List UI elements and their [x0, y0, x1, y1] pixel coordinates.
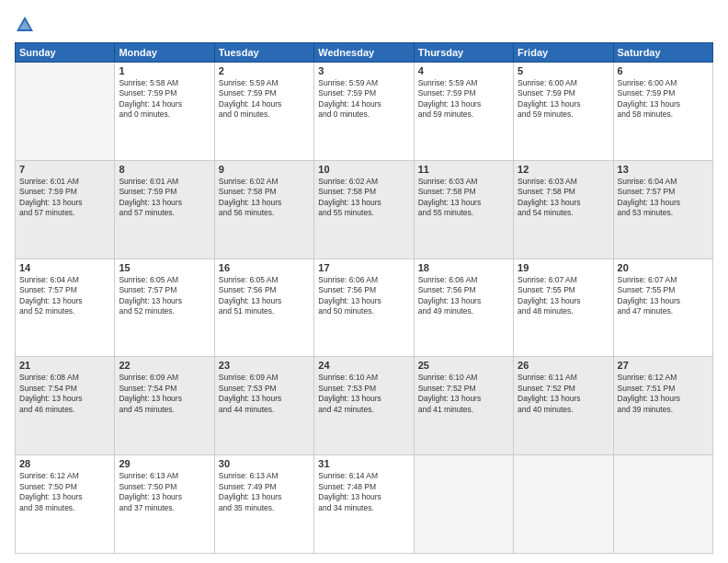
day-info: Sunrise: 5:59 AMSunset: 7:59 PMDaylight:… [318, 78, 409, 121]
day-info: Sunrise: 6:13 AMSunset: 7:49 PMDaylight:… [219, 471, 310, 513]
calendar: SundayMondayTuesdayWednesdayThursdayFrid… [15, 42, 713, 554]
day-info: Sunrise: 6:12 AMSunset: 7:51 PMDaylight:… [618, 373, 709, 415]
calendar-cell: 23Sunrise: 6:09 AMSunset: 7:53 PMDayligh… [214, 357, 313, 455]
header-wednesday: Wednesday [314, 43, 414, 63]
calendar-cell: 29Sunrise: 6:13 AMSunset: 7:50 PMDayligh… [115, 455, 214, 554]
day-number: 29 [119, 458, 210, 469]
day-info: Sunrise: 6:12 AMSunset: 7:50 PMDaylight:… [19, 471, 110, 513]
day-info: Sunrise: 6:00 AMSunset: 7:59 PMDaylight:… [518, 78, 609, 121]
day-info: Sunrise: 5:58 AMSunset: 7:59 PMDaylight:… [119, 78, 210, 121]
calendar-cell: 21Sunrise: 6:08 AMSunset: 7:54 PMDayligh… [16, 357, 115, 455]
calendar-cell: 15Sunrise: 6:05 AMSunset: 7:57 PMDayligh… [115, 259, 214, 357]
page: SundayMondayTuesdayWednesdayThursdayFrid… [0, 0, 728, 563]
calendar-cell: 5Sunrise: 6:00 AMSunset: 7:59 PMDaylight… [514, 63, 613, 161]
day-number: 12 [518, 164, 609, 175]
day-info: Sunrise: 6:08 AMSunset: 7:54 PMDaylight:… [19, 373, 110, 415]
header [15, 15, 713, 35]
day-number: 6 [618, 65, 709, 76]
calendar-cell: 18Sunrise: 6:06 AMSunset: 7:56 PMDayligh… [414, 259, 513, 357]
calendar-cell: 24Sunrise: 6:10 AMSunset: 7:53 PMDayligh… [314, 357, 414, 455]
header-row: SundayMondayTuesdayWednesdayThursdayFrid… [16, 43, 713, 63]
day-info: Sunrise: 6:14 AMSunset: 7:48 PMDaylight:… [318, 471, 409, 513]
logo-icon [15, 15, 35, 35]
calendar-cell: 3Sunrise: 5:59 AMSunset: 7:59 PMDaylight… [314, 63, 414, 161]
day-info: Sunrise: 6:11 AMSunset: 7:52 PMDaylight:… [518, 373, 609, 415]
day-info: Sunrise: 6:09 AMSunset: 7:53 PMDaylight:… [219, 373, 310, 415]
week-row-2: 7Sunrise: 6:01 AMSunset: 7:59 PMDaylight… [16, 160, 713, 259]
day-number: 21 [19, 360, 110, 371]
day-number: 11 [418, 164, 509, 175]
day-number: 16 [219, 262, 310, 273]
day-info: Sunrise: 6:09 AMSunset: 7:54 PMDaylight:… [119, 373, 210, 415]
calendar-cell: 6Sunrise: 6:00 AMSunset: 7:59 PMDaylight… [613, 63, 712, 161]
header-friday: Friday [514, 43, 613, 63]
day-number: 23 [219, 360, 310, 371]
day-number: 7 [19, 164, 110, 175]
day-number: 1 [119, 65, 210, 76]
day-info: Sunrise: 6:06 AMSunset: 7:56 PMDaylight:… [318, 275, 409, 317]
day-number: 26 [518, 360, 609, 371]
header-thursday: Thursday [414, 43, 513, 63]
day-info: Sunrise: 6:04 AMSunset: 7:57 PMDaylight:… [19, 275, 110, 317]
day-number: 25 [418, 360, 509, 371]
day-info: Sunrise: 6:06 AMSunset: 7:56 PMDaylight:… [418, 275, 509, 317]
day-number: 4 [418, 65, 509, 76]
day-number: 5 [518, 65, 609, 76]
day-info: Sunrise: 6:07 AMSunset: 7:55 PMDaylight:… [618, 275, 709, 317]
day-info: Sunrise: 6:13 AMSunset: 7:50 PMDaylight:… [119, 471, 210, 513]
calendar-cell [414, 455, 513, 554]
calendar-cell: 10Sunrise: 6:02 AMSunset: 7:58 PMDayligh… [314, 160, 414, 259]
calendar-cell: 25Sunrise: 6:10 AMSunset: 7:52 PMDayligh… [414, 357, 513, 455]
day-number: 22 [119, 360, 210, 371]
header-saturday: Saturday [613, 43, 712, 63]
calendar-cell: 8Sunrise: 6:01 AMSunset: 7:59 PMDaylight… [115, 160, 214, 259]
day-info: Sunrise: 6:01 AMSunset: 7:59 PMDaylight:… [119, 177, 210, 219]
day-number: 15 [119, 262, 210, 273]
calendar-cell: 2Sunrise: 5:59 AMSunset: 7:59 PMDaylight… [214, 63, 313, 161]
day-number: 2 [219, 65, 310, 76]
calendar-cell: 28Sunrise: 6:12 AMSunset: 7:50 PMDayligh… [16, 455, 115, 554]
week-row-4: 21Sunrise: 6:08 AMSunset: 7:54 PMDayligh… [16, 357, 713, 455]
day-info: Sunrise: 6:10 AMSunset: 7:52 PMDaylight:… [418, 373, 509, 415]
day-info: Sunrise: 5:59 AMSunset: 7:59 PMDaylight:… [219, 78, 310, 121]
day-number: 8 [119, 164, 210, 175]
day-number: 24 [318, 360, 409, 371]
week-row-5: 28Sunrise: 6:12 AMSunset: 7:50 PMDayligh… [16, 455, 713, 554]
day-info: Sunrise: 6:00 AMSunset: 7:59 PMDaylight:… [618, 78, 709, 121]
day-number: 28 [19, 458, 110, 469]
week-row-3: 14Sunrise: 6:04 AMSunset: 7:57 PMDayligh… [16, 259, 713, 357]
header-tuesday: Tuesday [214, 43, 313, 63]
calendar-cell [613, 455, 712, 554]
calendar-cell: 17Sunrise: 6:06 AMSunset: 7:56 PMDayligh… [314, 259, 414, 357]
day-number: 27 [618, 360, 709, 371]
day-number: 17 [318, 262, 409, 273]
day-number: 31 [318, 458, 409, 469]
day-info: Sunrise: 6:03 AMSunset: 7:58 PMDaylight:… [518, 177, 609, 219]
day-info: Sunrise: 6:10 AMSunset: 7:53 PMDaylight:… [318, 373, 409, 415]
header-sunday: Sunday [16, 43, 115, 63]
calendar-cell: 13Sunrise: 6:04 AMSunset: 7:57 PMDayligh… [613, 160, 712, 259]
calendar-cell: 7Sunrise: 6:01 AMSunset: 7:59 PMDaylight… [16, 160, 115, 259]
day-number: 3 [318, 65, 409, 76]
day-info: Sunrise: 6:05 AMSunset: 7:57 PMDaylight:… [119, 275, 210, 317]
day-number: 19 [518, 262, 609, 273]
day-number: 9 [219, 164, 310, 175]
calendar-cell: 4Sunrise: 5:59 AMSunset: 7:59 PMDaylight… [414, 63, 513, 161]
day-info: Sunrise: 6:05 AMSunset: 7:56 PMDaylight:… [219, 275, 310, 317]
logo [15, 15, 39, 35]
calendar-cell: 27Sunrise: 6:12 AMSunset: 7:51 PMDayligh… [613, 357, 712, 455]
calendar-cell: 31Sunrise: 6:14 AMSunset: 7:48 PMDayligh… [314, 455, 414, 554]
day-number: 18 [418, 262, 509, 273]
calendar-cell: 16Sunrise: 6:05 AMSunset: 7:56 PMDayligh… [214, 259, 313, 357]
calendar-cell: 14Sunrise: 6:04 AMSunset: 7:57 PMDayligh… [16, 259, 115, 357]
day-number: 20 [618, 262, 709, 273]
day-number: 10 [318, 164, 409, 175]
day-info: Sunrise: 6:07 AMSunset: 7:55 PMDaylight:… [518, 275, 609, 317]
day-number: 13 [618, 164, 709, 175]
calendar-cell: 19Sunrise: 6:07 AMSunset: 7:55 PMDayligh… [514, 259, 613, 357]
calendar-cell: 30Sunrise: 6:13 AMSunset: 7:49 PMDayligh… [214, 455, 313, 554]
day-info: Sunrise: 6:02 AMSunset: 7:58 PMDaylight:… [219, 177, 310, 219]
calendar-cell: 11Sunrise: 6:03 AMSunset: 7:58 PMDayligh… [414, 160, 513, 259]
calendar-cell: 9Sunrise: 6:02 AMSunset: 7:58 PMDaylight… [214, 160, 313, 259]
day-info: Sunrise: 5:59 AMSunset: 7:59 PMDaylight:… [418, 78, 509, 121]
